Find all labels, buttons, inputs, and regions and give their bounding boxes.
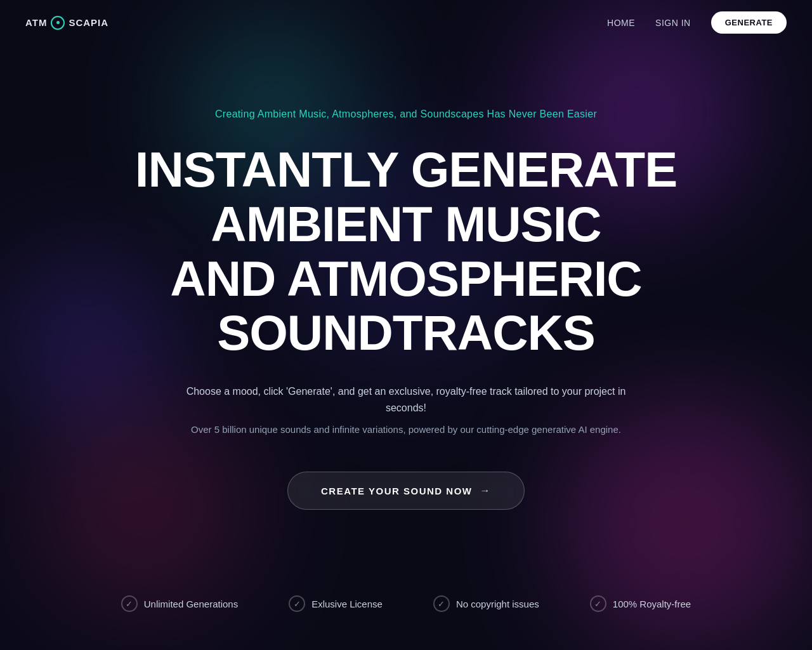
hero-description-2: Over 5 billion unique sounds and infinit… (191, 422, 621, 437)
nav-home[interactable]: HOME (607, 18, 635, 28)
features-row: ✓Unlimited Generations✓Exlusive License✓… (0, 595, 812, 650)
feature-label-0: Unlimited Generations (144, 599, 238, 609)
nav-signin[interactable]: SIGN IN (655, 18, 691, 28)
hero-description-1: Choose a mood, click 'Generate', and get… (184, 383, 628, 416)
feature-item-2: ✓No copyright issues (433, 595, 539, 612)
hero-title: INSTANTLY GENERATE AMBIENT MUSIC AND ATM… (38, 143, 774, 361)
feature-check-icon-2: ✓ (433, 595, 450, 612)
hero-title-line2: AND ATMOSPHERIC SOUNDTRACKS (170, 251, 641, 361)
feature-item-1: ✓Exlusive License (289, 595, 383, 612)
hero-subtitle: Creating Ambient Music, Atmospheres, and… (215, 109, 597, 120)
logo[interactable]: ATM SCAPIA (25, 16, 108, 30)
feature-label-1: Exlusive License (311, 599, 383, 609)
feature-label-3: 100% Royalty-free (613, 599, 691, 609)
arrow-icon: → (480, 485, 491, 496)
feature-item-3: ✓100% Royalty-free (590, 595, 691, 612)
logo-text-part1: ATM (25, 17, 47, 28)
navbar: ATM SCAPIA HOME SIGN IN GENERATE (0, 0, 812, 45)
cta-label: CREATE YOUR SOUND NOW (321, 486, 472, 496)
feature-check-icon-3: ✓ (590, 595, 606, 612)
feature-check-icon-0: ✓ (121, 595, 138, 612)
logo-icon (51, 16, 65, 30)
feature-item-0: ✓Unlimited Generations (121, 595, 238, 612)
feature-label-2: No copyright issues (456, 599, 539, 609)
cta-button[interactable]: CREATE YOUR SOUND NOW → (287, 472, 525, 510)
feature-check-icon-1: ✓ (289, 595, 305, 612)
logo-text-part2: SCAPIA (69, 17, 108, 28)
logo-dot (56, 21, 60, 24)
page-wrapper: ATM SCAPIA HOME SIGN IN GENERATE Creatin… (0, 0, 812, 650)
generate-button[interactable]: GENERATE (711, 11, 787, 34)
nav-links: HOME SIGN IN GENERATE (607, 11, 787, 34)
hero-title-line1: INSTANTLY GENERATE AMBIENT MUSIC (135, 142, 678, 252)
hero-section: Creating Ambient Music, Atmospheres, and… (0, 45, 812, 595)
